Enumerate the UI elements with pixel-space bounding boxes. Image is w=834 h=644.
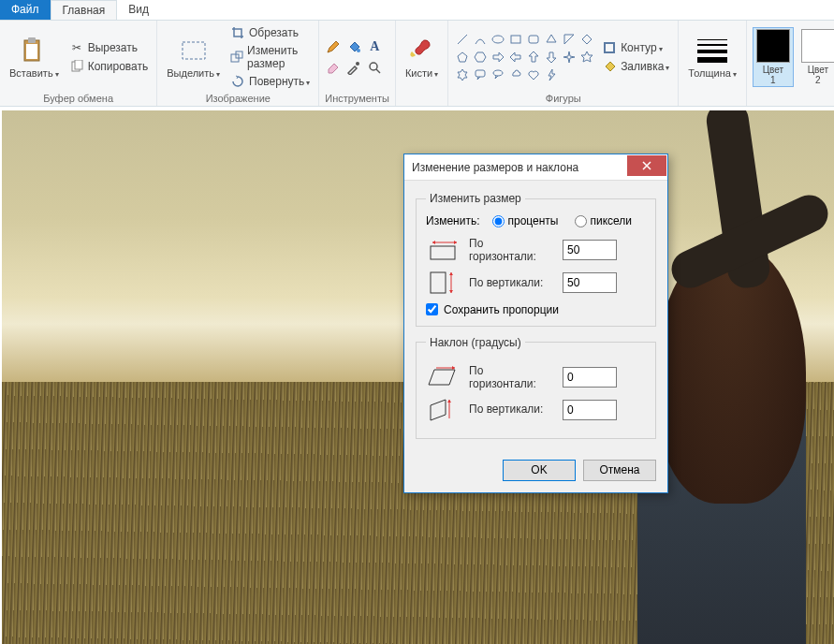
svg-point-8	[357, 49, 360, 52]
tab-file[interactable]: Файл	[0, 0, 51, 20]
resize-skew-dialog: Изменение размеров и наклона Изменить ра…	[403, 154, 668, 493]
ok-button[interactable]: OK	[503, 460, 576, 481]
shape-hexagon[interactable]	[472, 49, 489, 66]
svg-line-11	[376, 69, 380, 73]
shape-callout-oval[interactable]	[490, 66, 506, 83]
cancel-button[interactable]: Отмена	[583, 460, 656, 481]
resize-horiz-label: По горизонтали:	[469, 237, 553, 264]
shape-callout-cloud[interactable]	[507, 66, 524, 83]
picker-tool[interactable]	[345, 59, 362, 76]
shape-arrow-u[interactable]	[525, 49, 542, 66]
copy-icon	[69, 59, 84, 74]
paste-button[interactable]: Вставить	[6, 34, 63, 80]
group-tools-label: Инструменты	[325, 91, 389, 106]
radio-percent[interactable]: проценты	[492, 214, 558, 227]
svg-marker-22	[581, 51, 593, 62]
close-button[interactable]	[627, 155, 666, 176]
shape-polygon[interactable]	[543, 31, 560, 48]
svg-marker-16	[547, 35, 556, 42]
svg-rect-1	[28, 37, 36, 43]
text-tool[interactable]: A	[366, 38, 383, 55]
magnifier-tool[interactable]	[366, 59, 383, 76]
close-icon	[642, 161, 651, 170]
skew-horiz-input[interactable]	[563, 367, 617, 388]
svg-rect-14	[511, 36, 520, 43]
svg-marker-21	[563, 51, 575, 63]
svg-point-9	[356, 62, 359, 66]
shape-star5[interactable]	[578, 49, 595, 66]
shape-pentagon[interactable]	[454, 49, 471, 66]
tab-view[interactable]: Вид	[117, 0, 160, 20]
shape-star6[interactable]	[454, 66, 471, 83]
dialog-title-text: Изменение размеров и наклона	[412, 161, 627, 174]
svg-rect-27	[605, 43, 614, 52]
fill-button[interactable]: Заливка	[599, 58, 672, 75]
svg-rect-2	[26, 44, 37, 59]
pencil-tool[interactable]	[325, 38, 342, 55]
copy-button[interactable]: Копировать	[66, 58, 152, 75]
crop-button[interactable]: Обрезать	[227, 24, 313, 41]
keep-ratio-check[interactable]: Сохранить пропорции	[426, 303, 646, 316]
scissors-icon: ✂	[69, 40, 84, 55]
shape-diamond[interactable]	[578, 31, 595, 48]
color2-button[interactable]: Цвет 2	[797, 27, 834, 87]
resize-horiz-input[interactable]	[563, 240, 617, 260]
resize-legend: Изменить размер	[426, 192, 525, 205]
shape-lightning[interactable]	[543, 66, 560, 83]
shape-triangle[interactable]	[561, 31, 578, 48]
skew-vert-input[interactable]	[563, 400, 617, 420]
shape-heart[interactable]	[525, 66, 542, 83]
shape-oval[interactable]	[490, 31, 506, 48]
brushes-button[interactable]: Кисти	[402, 34, 442, 80]
svg-line-12	[458, 35, 467, 44]
shape-star4[interactable]	[561, 49, 578, 66]
svg-rect-30	[431, 272, 446, 293]
skew-horiz-label: По горизонтали:	[469, 364, 553, 391]
rotate-button[interactable]: Повернуть	[227, 73, 313, 90]
color1-swatch	[756, 29, 790, 63]
shape-callout-rect[interactable]	[472, 66, 489, 83]
shape-curve[interactable]	[472, 31, 489, 48]
resize-vert-icon	[426, 270, 460, 296]
select-rect-icon	[179, 36, 209, 66]
dialog-titlebar[interactable]: Изменение размеров и наклона	[404, 154, 667, 181]
svg-point-25	[493, 70, 503, 76]
cut-button[interactable]: ✂ Вырезать	[66, 39, 152, 56]
shape-line[interactable]	[454, 31, 471, 48]
outline-button[interactable]: Контур	[599, 39, 672, 56]
radio-pixels[interactable]: пиксели	[575, 214, 632, 227]
color1-button[interactable]: Цвет 1	[753, 27, 794, 87]
shape-arrow-l[interactable]	[507, 49, 524, 66]
shape-arrow-d[interactable]	[543, 49, 560, 66]
svg-marker-26	[549, 69, 555, 80]
svg-point-13	[492, 36, 504, 43]
group-clipboard-label: Буфер обмена	[6, 91, 151, 106]
resize-button[interactable]: Изменить размер	[227, 43, 313, 71]
thickness-button[interactable]: Толщина	[684, 34, 740, 80]
shape-arrow-r[interactable]	[490, 49, 506, 66]
shapes-gallery[interactable]	[454, 31, 595, 83]
svg-marker-32	[429, 370, 455, 385]
svg-marker-19	[458, 52, 467, 62]
svg-rect-5	[183, 42, 205, 59]
svg-rect-15	[529, 36, 538, 43]
bucket-icon	[602, 59, 617, 74]
group-shapes-label: Фигуры	[454, 91, 672, 106]
clipboard-icon	[19, 36, 49, 66]
fill-tool[interactable]	[345, 38, 362, 55]
select-button[interactable]: Выделить	[163, 34, 224, 80]
rotate-icon	[230, 74, 245, 89]
resize-vert-label: По вертикали:	[469, 276, 553, 289]
svg-marker-18	[582, 35, 592, 44]
eraser-tool[interactable]	[325, 59, 342, 76]
svg-marker-20	[475, 52, 486, 62]
thickness-icon	[697, 36, 727, 66]
ribbon: Вставить ✂ Вырезать Копировать Буфер обм…	[0, 21, 834, 107]
by-label: Изменить:	[426, 214, 479, 227]
tab-home[interactable]: Главная	[51, 0, 118, 20]
resize-vert-input[interactable]	[563, 272, 617, 293]
svg-point-10	[370, 63, 377, 70]
svg-rect-28	[431, 246, 455, 259]
shape-rect[interactable]	[507, 31, 524, 48]
shape-roundrect[interactable]	[525, 31, 542, 48]
